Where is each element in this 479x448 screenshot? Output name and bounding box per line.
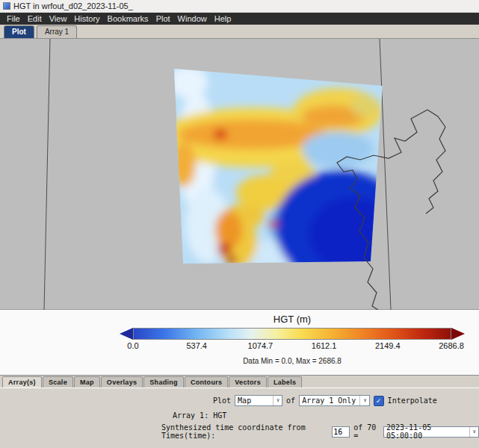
interpolate-label: Interpolate <box>388 396 437 405</box>
plot-controls-panel: Plot Map ∨ of Array 1 Only ∨ ✓ Interpola… <box>0 388 479 447</box>
menu-plot[interactable]: Plot <box>152 14 174 23</box>
interpolate-checkbox[interactable]: ✓ <box>374 396 384 406</box>
array-info: Array 1: HGT <box>173 411 226 420</box>
plot-type-label: Plot <box>213 396 231 405</box>
colorbar-ticks: 0.0 537.4 1074.7 1612.1 2149.4 2686.8 <box>133 341 451 352</box>
menu-window[interactable]: Window <box>174 14 211 23</box>
hgt-field <box>158 64 407 284</box>
tick-0: 0.0 <box>127 341 138 350</box>
array-info-row: Array 1: HGT <box>173 411 479 420</box>
chevron-down-icon: ∨ <box>273 396 279 405</box>
menu-bookmarks[interactable]: Bookmarks <box>104 14 152 23</box>
top-tab-bar: Plot Array 1 <box>0 25 479 39</box>
menu-bar: File Edit View History Bookmarks Plot Wi… <box>0 13 479 25</box>
plot-type-value: Map <box>238 396 251 405</box>
time-value: 2023-11-05 05:00:00 <box>386 423 466 440</box>
tick-3: 1612.1 <box>312 341 337 350</box>
chevron-down-icon: ∨ <box>469 427 476 437</box>
colorbar-gradient <box>133 328 451 340</box>
tick-5: 2686.8 <box>439 341 464 350</box>
array-scope-value: Array 1 Only <box>302 396 356 405</box>
map-plot <box>0 39 479 310</box>
time-coordinate-row: Synthesized time coordinate from Times(t… <box>161 423 479 440</box>
tab-map[interactable]: Map <box>74 376 100 388</box>
tab-array1[interactable]: Array 1 <box>37 25 77 38</box>
time-select[interactable]: 2023-11-05 05:00:00 ∨ <box>383 426 479 438</box>
meridian-right <box>380 39 391 310</box>
plot-type-select[interactable]: Map ∨ <box>235 395 282 406</box>
time-index-input[interactable] <box>332 426 350 438</box>
time-coordinate-label: Synthesized time coordinate from Times(t… <box>161 423 328 440</box>
array-scope-select[interactable]: Array 1 Only ∨ <box>299 395 369 406</box>
menu-edit[interactable]: Edit <box>24 14 46 23</box>
colorbar-title: HGT (m) <box>120 310 465 325</box>
coastline-east <box>426 110 445 214</box>
of-label: of <box>286 396 295 405</box>
menu-file[interactable]: File <box>3 14 24 23</box>
chevron-down-icon: ∨ <box>359 396 366 405</box>
menu-view[interactable]: View <box>46 14 71 23</box>
legend-area: HGT (m) 0.0 537.4 1074.7 1612.1 2149.4 2… <box>0 310 479 375</box>
tab-scale[interactable]: Scale <box>43 376 73 388</box>
colorbar-max-arrow <box>451 328 465 340</box>
tab-overlays[interactable]: Overlays <box>101 376 143 388</box>
bottom-tab-bar: Array(s) Scale Map Overlays Shading Cont… <box>0 375 479 388</box>
tab-arrays[interactable]: Array(s) <box>2 376 42 388</box>
menu-help[interactable]: Help <box>211 14 235 23</box>
colorbar-min-arrow <box>120 328 133 340</box>
tick-2: 1074.7 <box>248 341 274 350</box>
data-range-note: Data Min = 0.0, Max = 2686.8 <box>120 357 465 365</box>
title-bar: HGT in wrfout_d02_2023-11-05_ <box>0 0 479 13</box>
tick-1: 537.4 <box>186 341 207 350</box>
meridian-left <box>44 39 50 310</box>
plot-type-row: Plot Map ∨ of Array 1 Only ∨ ✓ Interpola… <box>213 395 479 406</box>
tick-4: 2149.4 <box>375 341 401 350</box>
window-title: HGT in wrfout_d02_2023-11-05_ <box>13 1 133 10</box>
window-icon <box>3 2 10 10</box>
tab-plot[interactable]: Plot <box>4 25 34 38</box>
tab-vectors[interactable]: Vectors <box>229 376 267 388</box>
time-total-label: of 70 = <box>353 423 380 440</box>
colorbar <box>120 328 465 340</box>
menu-history[interactable]: History <box>70 14 103 23</box>
tab-contours[interactable]: Contours <box>185 376 228 388</box>
tab-shading[interactable]: Shading <box>143 376 184 388</box>
map-plot-area <box>0 39 479 310</box>
tab-labels[interactable]: Labels <box>268 376 302 388</box>
